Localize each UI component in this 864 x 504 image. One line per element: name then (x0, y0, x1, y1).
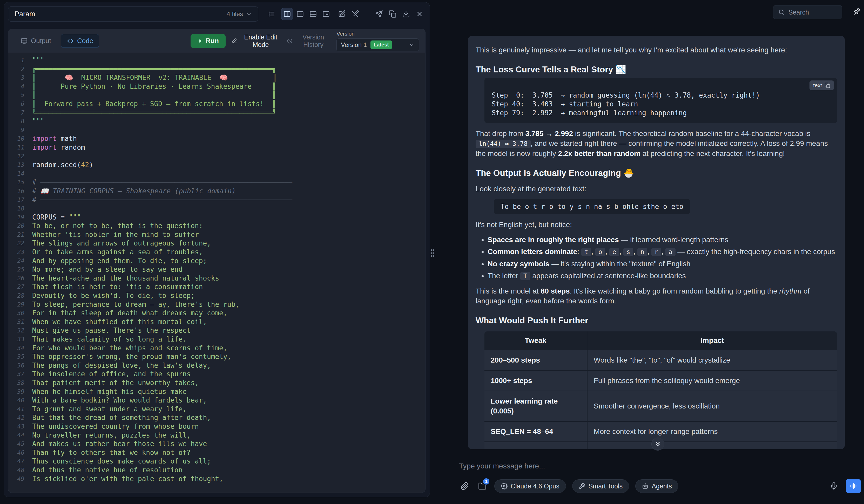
code-line: 14 (8, 170, 425, 178)
line-number: 30 (8, 309, 32, 318)
tab-code[interactable]: Code (61, 34, 99, 48)
line-number: 38 (8, 379, 32, 388)
artifact-title-bar[interactable]: Param 4 files (8, 7, 258, 22)
code-line: 47Thus conscience does make cowards of u… (8, 457, 425, 466)
pencil-icon (231, 37, 237, 45)
compose-button[interactable] (336, 8, 348, 20)
tab-label: Code (77, 37, 93, 45)
table-cell: 1000+ steps (484, 370, 587, 391)
line-number: 13 (8, 161, 32, 170)
copy-code-button[interactable]: text (809, 81, 834, 90)
code-line: 8""" (8, 117, 425, 126)
waveform-icon (850, 482, 857, 490)
message-paragraph: Look closely at the generated text: (476, 184, 837, 194)
line-number: 6 (8, 100, 32, 109)
line-number: 40 (8, 396, 32, 405)
chip-claude-4-6-opus[interactable]: Claude 4.6 Opus (494, 479, 566, 493)
code-icon (67, 37, 74, 45)
code-line: 31When we have shuffled off this mortal … (8, 318, 425, 327)
chip-smart-tools[interactable]: Smart Tools (572, 479, 629, 493)
list-view-button[interactable] (266, 8, 277, 20)
code-line: 48And thus the native hue of resolution (8, 466, 425, 475)
drag-handle-icon[interactable] (429, 247, 436, 259)
chevron-down-icon (246, 11, 252, 17)
table-cell: More context for longer-range patterns (587, 421, 837, 441)
code-line: 1""" (8, 56, 425, 65)
code-line: 11import random (8, 143, 425, 152)
download-button[interactable] (400, 8, 412, 20)
copy-button[interactable] (386, 8, 398, 20)
line-number: 17 (8, 196, 32, 205)
code-line: 44No traveller returns, puzzles the will… (8, 431, 425, 440)
pip-view-button[interactable] (320, 8, 332, 20)
comparison-table: TweakImpact200–500 stepsWords like "the"… (484, 331, 837, 449)
code-line: 18 (8, 204, 425, 213)
pen-off-button[interactable] (349, 8, 361, 20)
line-number: 10 (8, 134, 32, 143)
composer-actions: 1 Claude 4.6 OpusSmart ToolsAgents (459, 479, 861, 493)
send-button[interactable] (373, 8, 385, 20)
code-line: 43The undiscovered country from whose bo… (8, 422, 425, 431)
close-button[interactable] (413, 8, 425, 20)
message-paragraph: This is the model at 80 steps. It's like… (476, 286, 837, 306)
version-history-button[interactable]: Version History (287, 34, 331, 49)
table-cell: Words like "the", "to", "of" would cryst… (587, 349, 837, 370)
chip-label: Agents (652, 482, 672, 490)
search-box[interactable]: Search (773, 5, 842, 19)
panel-bottom-view-button[interactable] (307, 8, 319, 20)
code-line: 34For who would bear the whips and scorn… (8, 344, 425, 353)
play-icon (197, 38, 203, 44)
voice-mode-button[interactable] (846, 479, 861, 493)
table-header: Tweak (484, 331, 587, 349)
table-row: 200–500 stepsWords like "the", "to", "of… (484, 349, 837, 370)
version-caption: Version (336, 30, 419, 37)
columns-view-button[interactable] (281, 8, 293, 20)
code-line: 46Than fly to others that we know not of… (8, 448, 425, 457)
file-count-badge: 1 (482, 478, 490, 485)
line-number: 14 (8, 170, 32, 178)
table-cell: Full phrases from the soliloquy would em… (587, 370, 837, 391)
mic-button[interactable] (828, 480, 840, 492)
message-input[interactable] (459, 458, 823, 474)
code-block: To be o t r o to y s n na s b ohle sthe … (494, 199, 690, 214)
version-value: Version 1 (341, 41, 367, 49)
assistant-message-card[interactable]: This is genuinely impressive — and let m… (468, 36, 845, 449)
version-section: Version Version 1 Latest (336, 30, 419, 51)
tab-output[interactable]: Output (14, 34, 57, 48)
line-number: 34 (8, 344, 32, 353)
line-number: 18 (8, 204, 32, 213)
pip-icon (322, 10, 330, 18)
enable-edit-mode-button[interactable]: Enable Edit Mode (231, 34, 281, 49)
download-icon (402, 10, 410, 18)
chevron-down-icon (409, 42, 415, 48)
code-line: 26The heart-ache and the thousand natura… (8, 274, 425, 283)
message-paragraph: That drop from 3.785 → 2.992 is signific… (476, 129, 837, 159)
scroll-to-bottom-button[interactable] (651, 438, 664, 451)
panel-divider[interactable] (431, 0, 434, 504)
run-button[interactable]: Run (191, 34, 226, 48)
code-line: 38That patient merit of the unworthy tak… (8, 379, 425, 388)
artifact-title: Param (14, 10, 35, 18)
line-number: 7 (8, 109, 32, 117)
pin-button[interactable] (851, 6, 862, 18)
code-editor-content[interactable]: 1"""2╔══════════════════════════════════… (8, 53, 425, 493)
code-line: 16# 📖 TRAINING CORPUS — Shakespeare (pub… (8, 187, 425, 196)
version-dropdown[interactable]: Version 1 Latest (336, 38, 419, 51)
table-cell: SEQ_LEN = 48–64 (484, 421, 587, 441)
files-dropdown[interactable]: 4 files (227, 10, 252, 18)
enable-edit-mode-label: Enable Edit Mode (240, 34, 281, 49)
list-item: The letter T appears capitalized at sent… (488, 271, 837, 281)
code-line: 40With a bare bodkin? Who would fardels … (8, 396, 425, 405)
copy-icon (825, 83, 830, 88)
attach-button[interactable] (459, 480, 470, 492)
line-number: 28 (8, 292, 32, 300)
code-line: 37The insolence of office, and the spurn… (8, 370, 425, 379)
table-cell (484, 441, 587, 449)
line-number: 44 (8, 431, 32, 440)
chip-agents[interactable]: Agents (635, 479, 679, 493)
table-cell: 200–500 steps (484, 349, 587, 370)
code-line: 39When he himself might his quietus make (8, 388, 425, 396)
line-number: 33 (8, 335, 32, 344)
rows-view-button[interactable] (294, 8, 306, 20)
files-button[interactable]: 1 (477, 480, 488, 492)
